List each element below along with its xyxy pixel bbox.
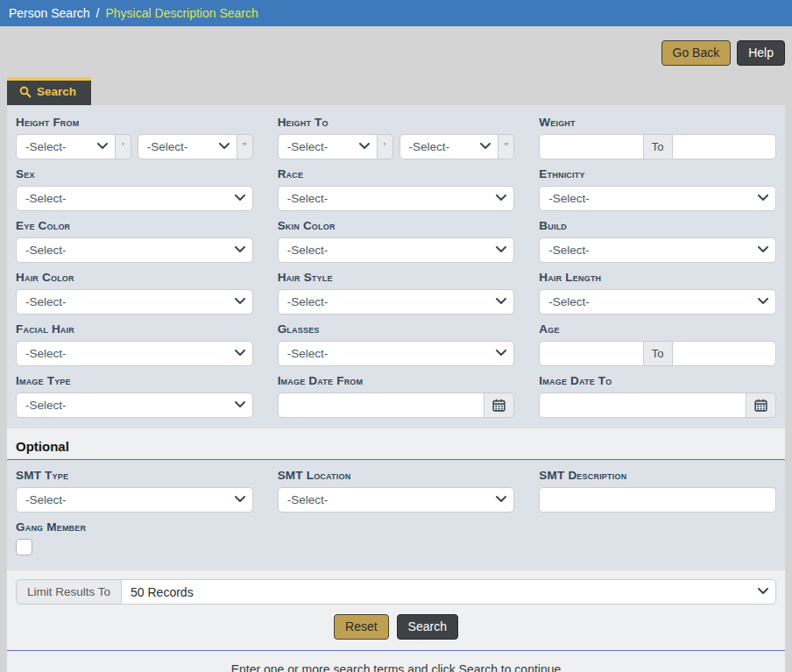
breadcrumb: Person Search / Physical Description Sea…: [0, 0, 792, 26]
smt-location-select[interactable]: -Select-: [278, 487, 515, 513]
optional-heading: Optional: [16, 439, 776, 459]
image-date-to-input[interactable]: [539, 393, 746, 418]
hair-color-select-wrap: -Select-: [16, 289, 253, 315]
form-actions: Reset Search: [7, 614, 785, 640]
ethnicity-select[interactable]: -Select-: [539, 186, 776, 211]
field-image-type: Image Type -Select-: [16, 374, 253, 418]
toolbar: Go Back Help: [0, 26, 792, 77]
hair-style-label: Hair Style: [278, 271, 515, 285]
skin-color-select[interactable]: -Select-: [278, 237, 515, 263]
smt-type-select[interactable]: -Select-: [16, 487, 253, 513]
calendar-icon: [492, 399, 506, 412]
field-race: Race -Select-: [278, 167, 515, 211]
build-label: Build: [539, 219, 776, 233]
height-from-feet-select-wrap: -Select-: [16, 134, 116, 159]
feet-unit-addon: ': [115, 134, 131, 159]
height-from-label: Height From: [16, 116, 253, 130]
search-form-panel: Height From -Select- ' -Select-: [7, 105, 785, 672]
facial-hair-label: Facial Hair: [16, 322, 253, 336]
skin-color-select-wrap: -Select-: [278, 237, 515, 263]
age-to-addon: To: [643, 341, 673, 366]
age-to-input[interactable]: [672, 341, 776, 366]
smt-location-label: SMT Location: [278, 469, 515, 483]
facial-hair-select[interactable]: -Select-: [16, 341, 253, 366]
go-back-button[interactable]: Go Back: [661, 40, 732, 66]
tab-search[interactable]: Search: [7, 77, 91, 105]
smt-type-label: SMT Type: [16, 469, 253, 483]
ethnicity-label: Ethnicity: [539, 167, 776, 181]
footer-message: Enter one or more search terms and click…: [7, 651, 785, 672]
optional-section: SMT Type -Select- SMT Location -Select- …: [7, 460, 785, 570]
tab-search-label: Search: [37, 85, 76, 98]
inches-unit-addon: ": [237, 134, 253, 159]
height-from-inches-select[interactable]: -Select-: [138, 134, 237, 159]
limit-results-select[interactable]: 50 Records: [121, 579, 776, 605]
field-height-to: Height To -Select- ' -Select-: [278, 116, 515, 159]
field-weight: Weight To: [539, 116, 776, 159]
sex-select[interactable]: -Select-: [16, 186, 253, 211]
hair-color-select[interactable]: -Select-: [16, 289, 253, 315]
glasses-select[interactable]: -Select-: [278, 341, 515, 366]
weight-label: Weight: [539, 116, 776, 130]
image-date-from-label: Image Date From: [278, 374, 515, 388]
weight-from-input[interactable]: [539, 134, 643, 159]
height-to-inches-select-wrap: -Select-: [400, 134, 499, 159]
field-age: Age To: [539, 322, 776, 366]
limit-results-row: Limit Results To 50 Records: [16, 579, 776, 605]
smt-description-input[interactable]: [539, 487, 776, 513]
search-icon: [19, 86, 32, 98]
facial-hair-select-wrap: -Select-: [16, 341, 253, 366]
limit-results-addon: Limit Results To: [16, 579, 122, 605]
help-button[interactable]: Help: [737, 40, 785, 66]
height-from-inches-select-wrap: -Select-: [138, 134, 237, 159]
height-from-feet-select[interactable]: -Select-: [16, 134, 116, 159]
height-to-feet-select[interactable]: -Select-: [278, 134, 378, 159]
field-build: Build -Select-: [539, 219, 776, 263]
hair-length-select[interactable]: -Select-: [539, 289, 776, 315]
field-ethnicity: Ethnicity -Select-: [539, 167, 776, 211]
optional-section-header: Optional: [7, 428, 785, 460]
criteria-section: Height From -Select- ' -Select-: [7, 105, 785, 428]
image-date-to-calendar-button[interactable]: [746, 393, 776, 418]
skin-color-label: Skin Color: [278, 219, 515, 233]
age-from-input[interactable]: [539, 341, 643, 366]
field-facial-hair: Facial Hair -Select-: [16, 322, 253, 366]
hair-color-label: Hair Color: [16, 271, 253, 285]
reset-button[interactable]: Reset: [334, 614, 389, 640]
weight-to-addon: To: [643, 134, 673, 159]
smt-type-select-wrap: -Select-: [16, 487, 253, 513]
breadcrumb-current-page: Physical Description Search: [106, 6, 258, 20]
eye-color-select[interactable]: -Select-: [16, 237, 253, 263]
limit-results-select-wrap: 50 Records: [121, 579, 776, 605]
image-date-to-label: Image Date To: [539, 374, 776, 388]
height-to-inches-select[interactable]: -Select-: [400, 134, 499, 159]
inches-unit-addon: ": [498, 134, 514, 159]
search-button[interactable]: Search: [397, 614, 458, 640]
image-date-from-input[interactable]: [278, 393, 485, 418]
hair-style-select[interactable]: -Select-: [278, 289, 515, 315]
gang-member-checkbox[interactable]: [16, 539, 32, 555]
glasses-select-wrap: -Select-: [278, 341, 515, 366]
build-select[interactable]: -Select-: [539, 237, 776, 263]
field-height-from: Height From -Select- ' -Select-: [16, 116, 253, 159]
field-gang-member: Gang Member: [16, 520, 776, 555]
hair-style-select-wrap: -Select-: [278, 289, 515, 315]
breadcrumb-link-person-search[interactable]: Person Search: [9, 6, 90, 20]
calendar-icon: [754, 399, 767, 412]
race-select[interactable]: -Select-: [278, 186, 515, 211]
image-date-from-calendar-button[interactable]: [484, 393, 514, 418]
feet-unit-addon: ': [377, 134, 393, 159]
field-glasses: Glasses -Select-: [278, 322, 515, 366]
ethnicity-select-wrap: -Select-: [539, 186, 776, 211]
image-type-select[interactable]: -Select-: [16, 393, 253, 418]
race-label: Race: [278, 167, 515, 181]
image-type-select-wrap: -Select-: [16, 393, 253, 418]
eye-color-label: Eye Color: [16, 219, 253, 233]
field-hair-style: Hair Style -Select-: [278, 271, 515, 315]
sex-select-wrap: -Select-: [16, 186, 253, 211]
hair-length-select-wrap: -Select-: [539, 289, 776, 315]
eye-color-select-wrap: -Select-: [16, 237, 253, 263]
age-label: Age: [539, 322, 776, 336]
tab-bar: Search: [7, 77, 785, 105]
weight-to-input[interactable]: [672, 134, 776, 159]
